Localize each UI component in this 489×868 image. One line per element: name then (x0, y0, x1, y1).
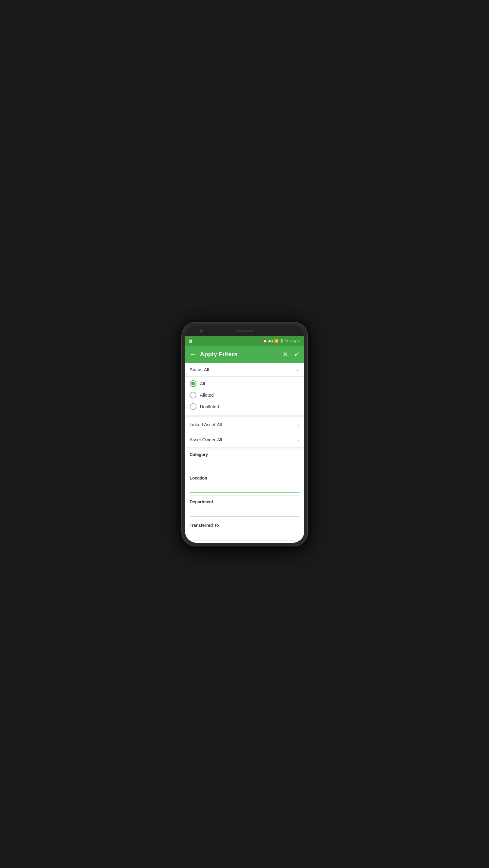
fields-section: Category Location Department (185, 448, 304, 543)
asset-owner-row[interactable]: Asset Owner-All › (185, 432, 304, 447)
status-radio-options: All Alloted Unalloted (185, 377, 304, 415)
category-input-wrapper[interactable] (190, 459, 299, 470)
field-transferred-to: Transferred To (190, 519, 299, 543)
back-button[interactable]: ← (190, 350, 196, 358)
category-value (190, 459, 299, 467)
content-area: Status-All ⌄ All Alloted Unalloted (185, 363, 304, 543)
toolbar: ← Apply Filters ✕ ✓ (185, 346, 304, 363)
network-type: 4G (268, 339, 273, 343)
linked-asset-arrow: › (298, 422, 299, 427)
page-title: Apply Filters (200, 351, 283, 358)
radio-option-unalloted[interactable]: Unalloted (190, 401, 299, 412)
speaker-grill (236, 330, 254, 332)
transferred-to-value (190, 530, 299, 537)
phone-frame: 🖼 ⏰ 4G 📶 🔋 11:33 a.m. ← Apply Filters ✕ … (182, 322, 308, 547)
toolbar-actions: ✕ ✓ (283, 351, 299, 358)
department-underline (190, 516, 299, 517)
radio-all-indicator (190, 380, 196, 387)
camera-lens (200, 330, 203, 333)
phone-screen: 🖼 ⏰ 4G 📶 🔋 11:33 a.m. ← Apply Filters ✕ … (185, 326, 304, 543)
radio-alloted-indicator (190, 392, 196, 398)
location-underline (190, 493, 299, 493)
status-filter-header[interactable]: Status-All ⌄ (185, 363, 304, 377)
transferred-to-label: Transferred To (190, 523, 299, 528)
alarm-icon: ⏰ (263, 339, 267, 343)
radio-all-label: All (200, 381, 205, 386)
asset-owner-label: Asset Owner-All (190, 437, 222, 442)
location-value (190, 483, 299, 490)
signal-icon: 📶 (274, 339, 279, 343)
radio-unalloted-label: Unalloted (200, 404, 219, 409)
department-value (190, 507, 299, 514)
notification-icon: 🖼 (189, 339, 192, 343)
category-underline (190, 469, 299, 469)
status-left: 🖼 (189, 339, 192, 343)
status-right: ⏰ 4G 📶 🔋 11:33 a.m. (263, 339, 301, 343)
status-filter-label: Status-All (190, 367, 209, 372)
close-button[interactable]: ✕ (283, 351, 288, 358)
confirm-button[interactable]: ✓ (294, 351, 299, 358)
radio-option-all[interactable]: All (190, 378, 299, 390)
asset-owner-arrow: › (298, 437, 299, 442)
radio-alloted-label: Alloted (200, 393, 214, 398)
department-label: Department (190, 499, 299, 504)
transferred-to-input-wrapper[interactable] (190, 530, 299, 541)
status-filter-chevron: ⌄ (296, 367, 299, 372)
linked-asset-label: Linked Asset-All (190, 422, 222, 427)
field-category: Category (190, 448, 299, 472)
location-label: Location (190, 475, 299, 480)
field-location: Location (190, 472, 299, 496)
status-filter-section: Status-All ⌄ All Alloted Unalloted (185, 363, 304, 415)
battery-icon: 🔋 (280, 339, 284, 343)
radio-option-alloted[interactable]: Alloted (190, 390, 299, 401)
department-input-wrapper[interactable] (190, 507, 299, 518)
field-department: Department (190, 496, 299, 519)
radio-unalloted-indicator (190, 403, 196, 410)
category-label: Category (190, 452, 299, 457)
phone-hardware-top (185, 326, 304, 336)
location-input-wrapper[interactable] (190, 483, 299, 494)
status-bar: 🖼 ⏰ 4G 📶 🔋 11:33 a.m. (185, 336, 304, 346)
transferred-to-underline (190, 540, 299, 540)
time-display: 11:33 a.m. (285, 339, 301, 343)
linked-asset-row[interactable]: Linked Asset-All › (185, 417, 304, 432)
